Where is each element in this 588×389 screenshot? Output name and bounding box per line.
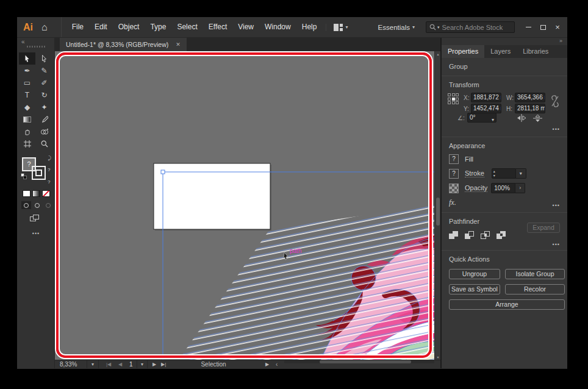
paintbrush-tool[interactable]: ✐ [36,77,52,89]
home-icon[interactable]: ⌂ [41,22,48,33]
hand-tool[interactable] [19,126,35,138]
tab-layers[interactable]: Layers [484,45,517,58]
next-artboard-icon[interactable]: ▶ [152,360,156,368]
menu-type[interactable]: Type [145,17,171,37]
more-options-button[interactable]: ••• [553,241,560,248]
tab-properties[interactable]: Properties [442,45,484,58]
constrain-proportions-off-icon[interactable] [550,95,560,108]
pen-tool[interactable]: ✒ [19,65,35,77]
rectangle-tool[interactable]: ▭ [19,77,35,89]
opacity-field[interactable]: 100% [491,183,515,193]
stroke-weight-stepper[interactable]: ▴ ▾ [492,168,516,179]
search-input[interactable] [442,24,503,31]
collapse-panel-icon[interactable]: » [559,38,562,44]
gradient-swatch[interactable] [32,190,40,197]
maximize-button[interactable] [536,21,550,34]
stepper-down-icon[interactable]: ▾ [493,174,495,178]
draw-inside-mode-button[interactable] [43,201,53,209]
document-tab[interactable]: Untitled-1* @ 8,33% (RGB/Preview) ✕ [60,38,187,51]
pathfinder-minus-front-icon[interactable] [465,231,475,240]
ungroup-button[interactable]: Ungroup [449,269,500,279]
fill-swatch[interactable]: ? [449,154,459,164]
color-swatch-white[interactable] [23,190,30,197]
vertical-scroll-thumb[interactable] [436,198,440,226]
stroke-swatch[interactable]: ? [449,169,459,179]
anchor-point[interactable] [161,170,165,174]
isolate-group-button[interactable]: Isolate Group [505,269,565,279]
canvas[interactable]: path [55,51,434,360]
change-screen-mode-button[interactable] [30,215,40,223]
zoom-dropdown-icon[interactable]: ▾ [87,360,99,368]
menu-window[interactable]: Window [259,17,296,37]
flip-horizontal-icon[interactable] [516,114,527,122]
y-field[interactable]: 1452,474 mm [471,104,501,113]
recolor-button[interactable]: Recolor [505,284,565,294]
reference-point-icon[interactable] [448,93,459,105]
opacity-more-icon[interactable]: › [515,183,525,193]
first-artboard-icon[interactable]: |◀ [106,360,111,368]
zoom-level[interactable]: 8,33% [60,360,77,368]
stroke-color-indicator[interactable] [32,166,46,180]
shaper-tool[interactable]: ✦ [36,101,52,113]
arrange-documents-button[interactable]: ▾ [326,24,348,31]
rotation-dropdown[interactable]: 0° ▾ [467,113,497,123]
search-adobe-stock-field[interactable]: ▾ [426,21,515,33]
hscroll-left-icon[interactable]: ‹ [276,360,278,368]
curvature-tool[interactable]: ✎ [36,65,52,77]
close-button[interactable]: × [550,21,565,34]
artboard-tool[interactable] [19,138,35,150]
eyedropper-tool[interactable] [36,113,52,126]
x-field[interactable]: 1881,872 mm [471,93,501,102]
status-next-icon[interactable]: ▶ [265,360,269,368]
shape-builder-tool[interactable] [36,126,52,138]
gradient-tool[interactable] [19,113,35,126]
vertical-scrollbar[interactable]: ▴ ▾ [434,51,440,360]
dock-drag-handle[interactable] [27,46,45,48]
h-field[interactable]: 2811,18 mm [515,104,545,113]
opacity-label[interactable]: Opacity [465,184,487,192]
none-swatch[interactable] [42,190,50,197]
opacity-swatch[interactable] [449,184,459,193]
selection-tool[interactable] [19,52,35,65]
artboard-number[interactable]: 1 [129,360,133,368]
w-field[interactable]: 3654,366 mm [515,93,545,102]
tab-libraries[interactable]: Libraries [517,45,554,58]
type-tool[interactable]: T [19,89,35,101]
chevron-down-icon[interactable]: ▾ [412,24,415,30]
default-fill-stroke-icon[interactable] [21,173,27,179]
menu-view[interactable]: View [232,17,259,37]
draw-normal-mode-button[interactable] [21,201,31,209]
draw-behind-mode-button[interactable] [32,201,42,209]
menu-effect[interactable]: Effect [203,17,232,37]
edit-toolbar-button[interactable]: ••• [17,230,55,237]
menu-edit[interactable]: Edit [89,17,113,37]
artboard-dropdown-icon[interactable]: ▾ [137,360,148,368]
last-artboard-icon[interactable]: ▶| [161,360,166,368]
tab-close-icon[interactable]: ✕ [176,41,181,48]
stroke-weight-dropdown[interactable]: ▾ [516,168,526,179]
save-as-symbol-button[interactable]: Save as Symbol [449,284,500,294]
more-options-button[interactable]: ••• [553,202,560,209]
rotate-tool[interactable]: ↻ [36,89,52,101]
horizontal-scroll-thumb[interactable] [320,360,411,363]
flip-vertical-icon[interactable] [533,114,542,123]
effects-button[interactable]: fx. [449,198,560,207]
status-indicator[interactable]: Selection [177,360,250,368]
previous-artboard-icon[interactable]: ◀ [118,360,122,368]
minimize-button[interactable] [521,21,536,34]
menu-file[interactable]: File [66,17,89,37]
workspace-switcher[interactable]: Essentials [378,24,410,31]
zoom-tool[interactable] [36,138,52,150]
collapse-dock-icon[interactable]: « [21,38,25,45]
more-options-button[interactable]: ••• [553,126,560,132]
menu-help[interactable]: Help [296,17,323,37]
menu-select[interactable]: Select [171,17,203,37]
pathfinder-intersect-icon[interactable] [481,231,491,240]
stroke-label[interactable]: Stroke [465,170,484,177]
swap-fill-stroke-icon[interactable]: ⤸ [48,155,51,162]
eraser-tool[interactable]: ◆ [19,101,35,113]
pathfinder-unite-icon[interactable] [449,231,459,240]
direct-selection-tool[interactable] [36,52,52,65]
menu-object[interactable]: Object [113,17,145,37]
stepper-up-icon[interactable]: ▴ [493,170,495,174]
